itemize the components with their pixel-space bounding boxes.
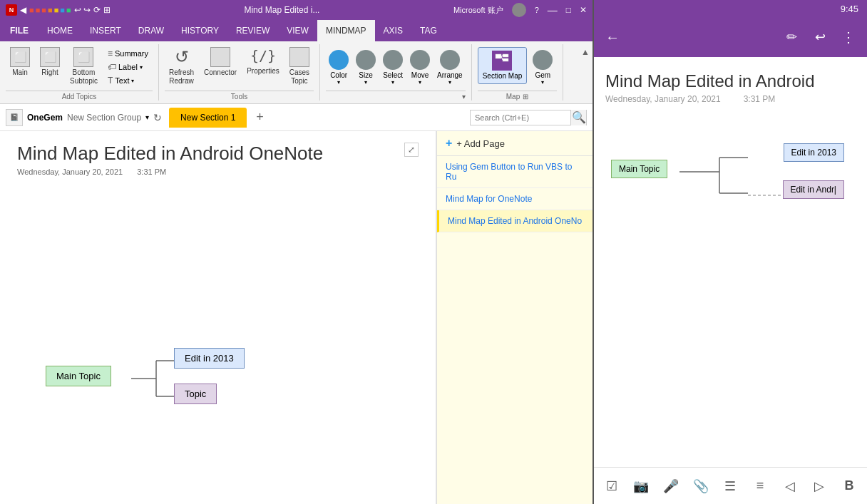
tab-home[interactable]: HOME bbox=[39, 20, 81, 41]
title-arrows[interactable]: ↩ ↪ bbox=[74, 5, 91, 15]
help-btn[interactable]: ? bbox=[535, 6, 539, 14]
page-item-1[interactable]: Using Gem Button to Run VBS to Ru bbox=[437, 156, 592, 188]
btn-arrange[interactable]: Arrange ▾ bbox=[434, 47, 466, 88]
android-edit-btn[interactable]: ✏ bbox=[779, 24, 804, 50]
android-btn-mic[interactable]: 🎤 bbox=[658, 473, 684, 499]
android-time: 9:45 bbox=[841, 4, 858, 14]
tab-draw[interactable]: DRAW bbox=[130, 20, 173, 41]
btn-size[interactable]: Size ▾ bbox=[353, 47, 379, 88]
android-btn-camera[interactable]: 📷 bbox=[628, 473, 654, 499]
btn-label[interactable]: 🏷 Label ▾ bbox=[103, 61, 153, 73]
close-btn[interactable]: ✕ bbox=[580, 5, 587, 15]
btn-text[interactable]: T Text ▾ bbox=[103, 74, 153, 87]
minimize-btn[interactable]: — bbox=[548, 4, 558, 16]
group-view: Color ▾ Size ▾ Select ▾ bbox=[320, 44, 472, 101]
connector-label: Connector bbox=[204, 68, 237, 76]
btn-bottom-subtopic[interactable]: ⬜ BottomSubtopic bbox=[66, 44, 102, 88]
restore-btn[interactable]: □ bbox=[566, 5, 571, 15]
btn-main[interactable]: ⬜ Main bbox=[6, 44, 34, 79]
label-dropdown-icon: ▾ bbox=[140, 64, 143, 71]
select-label: Select bbox=[383, 71, 403, 79]
btn-select[interactable]: Select ▾ bbox=[380, 47, 406, 88]
move-icon bbox=[410, 50, 430, 70]
tab-review[interactable]: REVIEW bbox=[227, 20, 278, 41]
btn-color[interactable]: Color ▾ bbox=[326, 47, 352, 88]
android-back-btn[interactable]: ← bbox=[600, 24, 625, 50]
android-panel: 9:45 ← ✏ ↩ ⋮ Mind Map Edited in Android … bbox=[592, 0, 867, 504]
onenote-desktop: N ◀ ■■■■■■■ ↩ ↪ ⟳ ⊞ Mind Map Edited i...… bbox=[0, 0, 592, 504]
android-more-btn[interactable]: ⋮ bbox=[836, 24, 861, 50]
account-menu[interactable]: Microsoft 账户 bbox=[453, 5, 503, 16]
label-icon: 🏷 bbox=[108, 62, 116, 72]
group-tools-label: Tools bbox=[165, 91, 314, 101]
add-page-btn[interactable]: + + Add Page bbox=[437, 131, 592, 156]
btn-cases-topic[interactable]: CasesTopic bbox=[285, 44, 314, 88]
pages-panel: + + Add Page Using Gem Button to Run VBS… bbox=[436, 131, 592, 504]
expand-btn[interactable]: ⤢ bbox=[404, 143, 419, 157]
arrange-label: Arrange bbox=[437, 71, 463, 79]
page-item-1-label: Using Gem Button to Run VBS to Ru bbox=[446, 162, 572, 182]
android-btn-bold[interactable]: B bbox=[836, 473, 862, 499]
notebook-sync-icon[interactable]: ↻ bbox=[153, 112, 162, 123]
btn-gem[interactable]: Gem ▾ bbox=[528, 47, 557, 88]
android-node-main[interactable]: Main Topic bbox=[611, 160, 667, 178]
group-view-expand[interactable]: ▾ bbox=[326, 91, 466, 101]
tab-axis[interactable]: AXIS bbox=[375, 20, 411, 41]
btn-summary[interactable]: ≡ Summary bbox=[103, 47, 153, 60]
page-item-3[interactable]: Mind Map Edited in Android OneNo bbox=[437, 210, 592, 232]
notebook-name: OneGem bbox=[27, 113, 63, 123]
node-topic[interactable]: Topic bbox=[174, 384, 217, 404]
tab-insert[interactable]: INSERT bbox=[81, 20, 130, 41]
android-node-edit2013[interactable]: Edit in 2013 bbox=[784, 143, 844, 162]
android-btn-indent-left[interactable]: ◁ bbox=[777, 473, 803, 499]
search-input[interactable] bbox=[471, 113, 570, 122]
add-section-btn[interactable]: + bbox=[251, 109, 268, 126]
btn-properties[interactable]: {/} Properties bbox=[242, 44, 284, 78]
tab-view[interactable]: VIEW bbox=[278, 20, 317, 41]
page-item-2[interactable]: Mind Map for OneNote bbox=[437, 188, 592, 210]
color-label: Color bbox=[330, 71, 347, 79]
title-icon-back[interactable]: ◀ bbox=[20, 5, 26, 15]
notebook-dropdown-icon[interactable]: ▾ bbox=[145, 113, 149, 121]
android-btn-checkbox[interactable]: ☑ bbox=[599, 473, 625, 499]
android-btn-list1[interactable]: ☰ bbox=[717, 473, 743, 499]
android-btn-list2[interactable]: ≡ bbox=[747, 473, 773, 499]
bottom-icon: ⬜ bbox=[73, 47, 93, 67]
svg-rect-1 bbox=[503, 54, 508, 57]
android-node-andr[interactable]: Edit in Andr| bbox=[783, 180, 845, 199]
node-edit-2013[interactable]: Edit in 2013 bbox=[174, 348, 245, 369]
tab-file[interactable]: FILE bbox=[0, 20, 39, 41]
android-bottombar: ☑ 📷 🎤 📎 ☰ ≡ ◁ ▷ B bbox=[594, 467, 867, 504]
main-label: Main bbox=[12, 68, 28, 76]
label-label: Label bbox=[118, 63, 138, 71]
group-tools: ↺ RefreshRedraw Connector {/} Properties… bbox=[159, 44, 320, 101]
summary-label: Summary bbox=[115, 49, 148, 58]
tab-mindmap[interactable]: MINDMAP bbox=[317, 20, 375, 41]
notebook-group: New Section Group bbox=[67, 113, 141, 123]
main-icon: ⬜ bbox=[10, 47, 30, 67]
android-btn-indent-right[interactable]: ▷ bbox=[806, 473, 832, 499]
android-btn-attach[interactable]: 📎 bbox=[688, 473, 714, 499]
android-statusbar: 9:45 bbox=[594, 0, 867, 17]
map-expand-icon[interactable]: ⊞ bbox=[523, 93, 528, 101]
svg-rect-0 bbox=[496, 54, 501, 58]
btn-right-subtopic[interactable]: ⬜ Right bbox=[36, 44, 64, 79]
color-icon bbox=[329, 50, 349, 70]
android-undo-btn[interactable]: ↩ bbox=[807, 24, 833, 50]
refresh-label: RefreshRedraw bbox=[169, 68, 194, 86]
node-main-topic[interactable]: Main Topic bbox=[46, 366, 111, 386]
collapse-ribbon-btn[interactable]: ▲ bbox=[578, 44, 592, 60]
tab-tag[interactable]: TAG bbox=[411, 20, 446, 41]
search-btn[interactable]: 🔍 bbox=[570, 110, 586, 125]
btn-refresh[interactable]: ↺ RefreshRedraw bbox=[165, 44, 198, 88]
avatar[interactable] bbox=[512, 3, 526, 17]
btn-section-map[interactable]: Section Map bbox=[478, 47, 528, 84]
btn-move[interactable]: Move ▾ bbox=[407, 47, 433, 88]
properties-label: Properties bbox=[247, 67, 279, 75]
tab-history[interactable]: HISTORY bbox=[173, 20, 227, 41]
btn-connector[interactable]: Connector bbox=[200, 44, 241, 79]
title-text: Mind Map Edited i... bbox=[111, 5, 453, 15]
size-label: Size bbox=[359, 71, 372, 79]
section-tab[interactable]: New Section 1 bbox=[169, 108, 247, 128]
android-mindmap: Main Topic Edit in 2013 Edit in Andr| bbox=[605, 118, 856, 247]
